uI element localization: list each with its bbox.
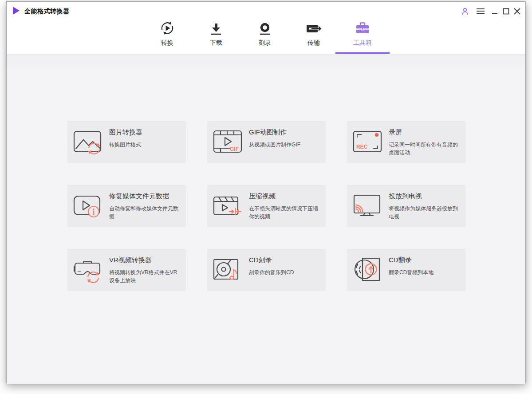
tab-transfer[interactable]: 传输 xyxy=(289,20,338,54)
cast-to-tv-icon xyxy=(347,185,389,227)
tab-label: 工具箱 xyxy=(353,39,372,47)
transfer-icon xyxy=(305,20,322,36)
card-title: VR视频转换器 xyxy=(109,256,182,264)
toolbox-panel: 图片转换器 转换图片格式 GIF xyxy=(7,54,525,384)
card-desc: 翻录CD音频到本地 xyxy=(389,268,462,276)
app-window: 全能格式转换器 xyxy=(6,1,526,383)
card-vr-converter[interactable]: VR视频转换器 将视频转换为VR格式并在VR设备上放映 xyxy=(67,249,186,291)
toolbox-grid: 图片转换器 转换图片格式 GIF xyxy=(67,121,465,291)
card-cast-to-tv[interactable]: 投放到电视 将视频作为媒体服务器投放到电视 xyxy=(347,185,465,227)
vr-converter-icon xyxy=(67,249,109,291)
card-title: GIF动图制作 xyxy=(249,128,322,137)
gif-label: GIF xyxy=(230,146,239,152)
card-cd-burner[interactable]: CD刻录 刻录你的音乐到CD xyxy=(207,249,326,291)
toolbox-icon xyxy=(354,20,371,36)
maximize-icon[interactable] xyxy=(501,6,511,16)
card-desc: 刻录你的音乐到CD xyxy=(249,268,322,276)
hamburger-menu-icon[interactable] xyxy=(476,6,485,16)
tab-convert[interactable]: 转换 xyxy=(143,20,192,54)
rec-label: REC xyxy=(356,144,368,150)
play-logo-icon xyxy=(11,6,21,16)
card-title: 修复媒体文件元数据 xyxy=(109,192,182,201)
cd-ripper-icon xyxy=(347,249,389,291)
card-title: CD刻录 xyxy=(249,256,322,264)
card-desc: 自动修复和修改媒体文件元数据 xyxy=(109,205,182,221)
tab-toolbox[interactable]: 工具箱 xyxy=(338,20,387,54)
app-title: 全能格式转换器 xyxy=(24,8,70,16)
burn-icon xyxy=(257,20,272,36)
card-desc: 转换图片格式 xyxy=(109,141,182,149)
card-title: 录屏 xyxy=(389,128,462,137)
tab-label: 传输 xyxy=(307,39,320,47)
cd-burner-icon xyxy=(207,249,249,291)
tab-label: 刻录 xyxy=(259,39,271,47)
image-converter-icon xyxy=(67,121,109,163)
card-image-converter[interactable]: 图片转换器 转换图片格式 xyxy=(67,121,186,163)
screen-recorder-icon: REC xyxy=(347,121,389,163)
card-title: 图片转换器 xyxy=(109,128,182,137)
card-desc: 在不损失清晰度的情况下压缩你的视频 xyxy=(249,205,322,221)
app-header: 全能格式转换器 xyxy=(7,2,525,54)
card-screen-recorder[interactable]: REC 录屏 记录同一时间所有带有音频的桌面活动 xyxy=(347,121,465,163)
fix-metadata-icon xyxy=(67,185,109,227)
card-title: CD翻录 xyxy=(389,256,462,264)
card-desc: 将视频作为媒体服务器投放到电视 xyxy=(389,205,462,221)
compress-video-icon xyxy=(207,185,249,227)
gif-maker-icon: GIF xyxy=(207,121,249,163)
card-title: 压缩视频 xyxy=(249,192,322,201)
download-icon xyxy=(209,20,224,36)
close-icon[interactable] xyxy=(512,6,522,16)
card-compress-video[interactable]: 压缩视频 在不损失清晰度的情况下压缩你的视频 xyxy=(207,185,326,227)
card-fix-metadata[interactable]: 修复媒体文件元数据 自动修复和修改媒体文件元数据 xyxy=(67,185,186,227)
card-gif-maker[interactable]: GIF GIF动图制作 从视频或图片制作GIF xyxy=(207,121,326,163)
titlebar: 全能格式转换器 xyxy=(7,2,525,20)
convert-icon xyxy=(159,20,175,36)
window-controls xyxy=(460,6,522,16)
minimize-icon[interactable] xyxy=(490,6,500,16)
card-desc: 记录同一时间所有带有音频的桌面活动 xyxy=(389,141,462,157)
tab-burn[interactable]: 刻录 xyxy=(240,20,289,54)
card-desc: 从视频或图片制作GIF xyxy=(249,141,322,149)
card-title: 投放到电视 xyxy=(389,192,462,201)
tab-label: 转换 xyxy=(161,39,173,47)
tab-download[interactable]: 下载 xyxy=(192,20,240,54)
card-cd-ripper[interactable]: CD翻录 翻录CD音频到本地 xyxy=(347,249,465,291)
tab-label: 下载 xyxy=(210,39,222,47)
card-desc: 将视频转换为VR格式并在VR设备上放映 xyxy=(109,268,182,284)
main-nav: 转换 下载 刻录 xyxy=(143,20,387,54)
user-icon[interactable] xyxy=(460,6,470,16)
